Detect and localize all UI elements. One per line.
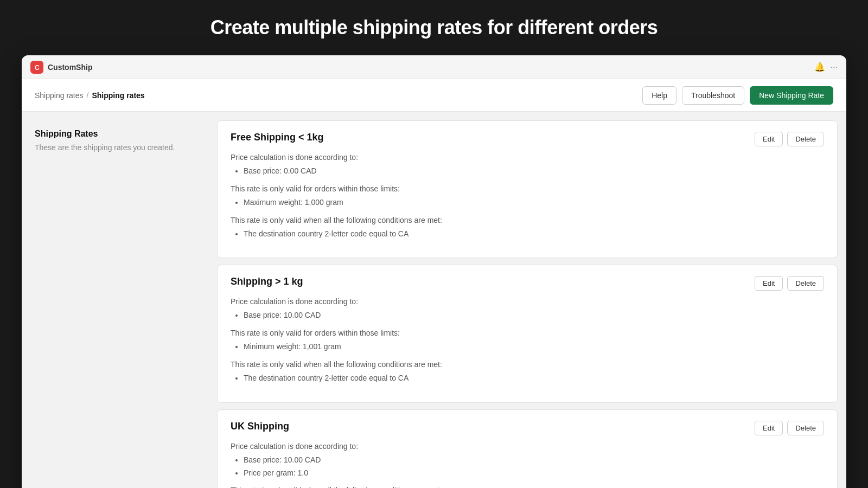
edit-button-3[interactable]: Edit [755,421,783,435]
app-logo-icon: C [30,61,43,74]
help-button[interactable]: Help [642,86,676,105]
rate-card-actions-1: Edit Delete [755,132,824,146]
edit-button-1[interactable]: Edit [755,132,783,146]
sidebar: Shipping Rates These are the shipping ra… [22,112,217,488]
price-list-1: Base price: 0.00 CAD [231,165,824,178]
troubleshoot-button[interactable]: Troubleshoot [682,86,744,105]
rate-card-1: Free Shipping < 1kg Edit Delete Price ca… [217,120,838,258]
delete-button-2[interactable]: Delete [787,276,824,291]
conditions-label-3: This rate is only valid when all the fol… [231,486,824,488]
rate-card-3: UK Shipping Edit Delete Price calculatio… [217,409,838,488]
content: Shipping Rates These are the shipping ra… [22,112,846,488]
rate-title-2: Shipping > 1 kg [231,276,303,287]
bell-icon[interactable]: 🔔 [814,62,825,72]
price-label-3: Price calculation is done according to: [231,442,824,451]
breadcrumb-parent[interactable]: Shipping rates [35,91,84,100]
title-bar: C CustomShip 🔔 ··· [22,55,846,79]
rate-card-actions-3: Edit Delete [755,421,824,435]
header: Shipping rates / Shipping rates Help Tro… [22,79,846,112]
limits-item: Minimum weight: 1,001 gram [244,341,824,354]
delete-button-3[interactable]: Delete [787,421,824,435]
rate-title-3: UK Shipping [231,421,289,432]
price-item: Base price: 10.00 CAD [244,309,824,322]
price-item: Base price: 10.00 CAD [244,454,824,467]
hero-title: Create multiple shipping rates for diffe… [210,11,658,44]
limits-list-1: Maximum weight: 1,000 gram [231,196,824,209]
breadcrumb: Shipping rates / Shipping rates [35,91,145,100]
limits-label-1: This rate is only valid for orders withi… [231,184,824,193]
conditions-label-2: This rate is only valid when all the fol… [231,360,824,369]
rate-card-header-1: Free Shipping < 1kg Edit Delete [231,132,824,146]
app-logo: C CustomShip [30,61,92,74]
limits-label-2: This rate is only valid for orders withi… [231,329,824,337]
header-actions: Help Troubleshoot New Shipping Rate [642,86,833,105]
breadcrumb-current: Shipping rates [92,91,144,100]
conditions-list-2: The destination country 2-letter code eq… [231,372,824,385]
rate-card-header-3: UK Shipping Edit Delete [231,421,824,435]
price-item: Base price: 0.00 CAD [244,165,824,178]
title-bar-actions: 🔔 ··· [814,62,838,72]
rate-card-header-2: Shipping > 1 kg Edit Delete [231,276,824,291]
limits-item: Maximum weight: 1,000 gram [244,196,824,209]
app-name: CustomShip [48,63,92,72]
rate-card-2: Shipping > 1 kg Edit Delete Price calcul… [217,265,838,402]
app-window: C CustomShip 🔔 ··· Shipping rates / Ship… [22,55,846,488]
rate-card-actions-2: Edit Delete [755,276,824,291]
rate-title-1: Free Shipping < 1kg [231,132,324,143]
price-list-2: Base price: 10.00 CAD [231,309,824,322]
conditions-item: The destination country 2-letter code eq… [244,372,824,385]
price-item: Price per gram: 1.0 [244,467,824,480]
delete-button-1[interactable]: Delete [787,132,824,146]
sidebar-title: Shipping Rates [35,129,204,139]
main-content: Free Shipping < 1kg Edit Delete Price ca… [217,112,846,488]
price-label-1: Price calculation is done according to: [231,153,824,162]
price-list-3: Base price: 10.00 CADPrice per gram: 1.0 [231,454,824,480]
conditions-label-1: This rate is only valid when all the fol… [231,216,824,224]
price-label-2: Price calculation is done according to: [231,297,824,306]
svg-text:C: C [35,64,40,72]
conditions-item: The destination country 2-letter code eq… [244,228,824,241]
edit-button-2[interactable]: Edit [755,276,783,291]
conditions-list-1: The destination country 2-letter code eq… [231,228,824,241]
new-shipping-rate-button[interactable]: New Shipping Rate [750,86,833,105]
limits-list-2: Minimum weight: 1,001 gram [231,341,824,354]
breadcrumb-separator: / [87,91,89,100]
more-icon[interactable]: ··· [831,62,838,72]
sidebar-description: These are the shipping rates you created… [35,142,204,153]
